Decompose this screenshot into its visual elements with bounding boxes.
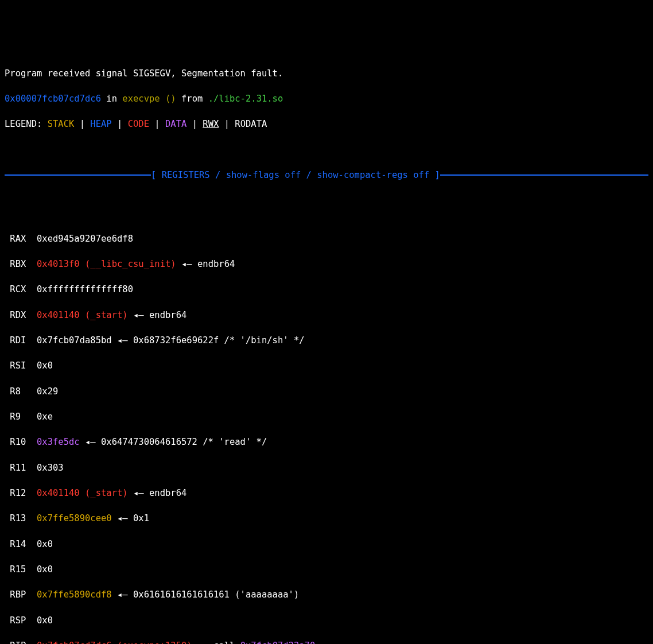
reg-rip: RIP 0x7fcb07cd7dc6 (execvpe+1350) ◂— cal…: [5, 639, 648, 644]
reg-r12: R12 0x401140 (_start) ◂— endbr64: [5, 487, 648, 499]
reg-rbx: RBX 0x4013f0 (__libc_csu_init) ◂— endbr6…: [5, 258, 648, 270]
reg-r8: R8 0x29: [5, 385, 648, 398]
reg-r11: R11 0x303: [5, 461, 648, 474]
reg-r13: R13 0x7ffe5890cee0 ◂— 0x1: [5, 512, 648, 525]
reg-rsp: RSP 0x0: [5, 614, 648, 627]
legend: LEGEND: STACK | HEAP | CODE | DATA | RWX…: [5, 118, 648, 130]
reg-rbp: RBP 0x7ffe5890cdf8 ◂— 0x6161616161616161…: [5, 588, 648, 601]
reg-rsi: RSI 0x0: [5, 359, 648, 372]
registers-pane: RAX 0xed945a9207ee6df8 RBX 0x4013f0 (__l…: [5, 220, 648, 644]
reg-r10: R10 0x3fe5dc ◂— 0x6474730064616572 /* 'r…: [5, 436, 648, 448]
separator-registers: [ REGISTERS / show-flags off / show-comp…: [5, 169, 648, 181]
reg-r14: R14 0x0: [5, 538, 648, 550]
reg-rdi: RDI 0x7fcb07da85bd ◂— 0x68732f6e69622f /…: [5, 334, 648, 347]
reg-rdx: RDX 0x401140 (_start) ◂— endbr64: [5, 309, 648, 321]
reg-rcx: RCX 0xffffffffffffff80: [5, 283, 648, 296]
signal-line: Program received signal SIGSEGV, Segment…: [5, 67, 648, 80]
reg-r9: R9 0xe: [5, 410, 648, 423]
reg-r15: R15 0x0: [5, 563, 648, 576]
crash-location: 0x00007fcb07cd7dc6 in execvpe () from ./…: [5, 92, 648, 105]
reg-rax: RAX 0xed945a9207ee6df8: [5, 232, 648, 245]
